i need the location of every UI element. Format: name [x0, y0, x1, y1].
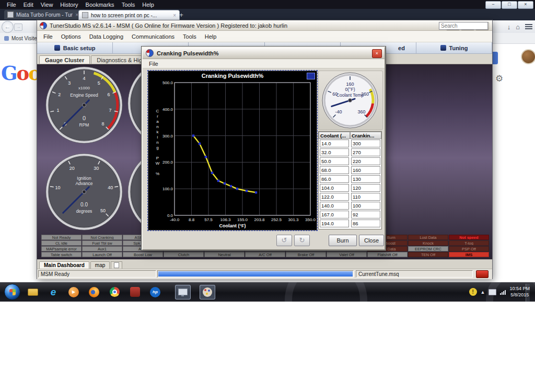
table-row: 50.0220 [319, 157, 381, 166]
taskbar-icons: e ▶ hp [25, 284, 215, 299]
table-header-crankin[interactable]: Crankin... [350, 132, 381, 139]
svg-text:100.0: 100.0 [162, 187, 173, 191]
table-value-field[interactable]: 130 [351, 175, 380, 183]
table-value-field[interactable]: 32.0 [320, 148, 349, 156]
menu-item-file[interactable]: File [146, 61, 161, 67]
explorer-icon[interactable] [25, 285, 41, 299]
close-button[interactable]: Close [359, 235, 384, 246]
menu-item-help[interactable]: Help [201, 33, 221, 40]
tab-main-dashboard[interactable]: Main Dashboard [39, 261, 89, 269]
table-value-field[interactable]: 50.0 [320, 157, 349, 165]
tab-map[interactable]: map [90, 261, 110, 269]
menu-item-bookmarks[interactable]: Bookmarks [82, 1, 118, 9]
bookmark-icon [4, 36, 9, 41]
menu-item-options[interactable]: Options [57, 33, 85, 40]
table-value-field[interactable]: 100 [351, 202, 380, 210]
hp-icon[interactable]: hp [147, 285, 163, 299]
home-icon[interactable]: ⌂ [516, 23, 520, 31]
tunerstudio-titlebar[interactable]: TunerStudio MS v2.6.14 - MSM ( Go Online… [37, 20, 492, 31]
table-value-field[interactable]: 300 [351, 140, 380, 147]
menu-item-view[interactable]: View [37, 1, 57, 9]
redo-button[interactable]: ↻ [294, 235, 310, 246]
table-value-field[interactable]: 167.0 [320, 211, 349, 218]
menu-item-tools[interactable]: Tools [179, 33, 201, 40]
hidden-icons-arrow[interactable]: ▲ [481, 290, 485, 295]
back-button[interactable]: ← [2, 21, 14, 33]
svg-text:350.0: 350.0 [305, 217, 316, 222]
indicator-neutral: Neutral [204, 252, 245, 257]
paint-app-icon[interactable] [200, 285, 215, 299]
menu-item-data-logging[interactable]: Data Logging [85, 33, 127, 40]
chrome-icon[interactable] [107, 285, 122, 299]
svg-text:0.0: 0.0 [167, 213, 173, 218]
menu-item-help[interactable]: Help [138, 1, 158, 9]
firefox-icon[interactable] [86, 285, 102, 299]
table-value-field[interactable]: 14.0 [320, 140, 349, 147]
svg-text:5: 5 [98, 80, 100, 86]
new-tab-button[interactable]: + [176, 11, 187, 19]
restore-button[interactable]: □ [502, 1, 517, 9]
new-dashboard-tab[interactable] [111, 261, 122, 269]
table-value-field[interactable]: 104.0 [320, 184, 349, 192]
gear-icon[interactable]: ⚙ [495, 73, 503, 84]
start-button[interactable] [4, 284, 20, 300]
page-icon [114, 262, 119, 268]
tuning-icon [440, 45, 446, 51]
dialog-close-button[interactable]: × [372, 49, 382, 58]
forward-button[interactable]: → [14, 24, 22, 31]
popout-icon[interactable] [307, 73, 315, 79]
menu-item-edit[interactable]: Edit [20, 1, 37, 9]
display-tray-icon[interactable] [489, 289, 496, 295]
table-header-coolant[interactable]: Coolant (... [319, 132, 350, 139]
svg-text:8.8: 8.8 [189, 217, 195, 222]
most-visited-label[interactable]: Most Visited [11, 36, 40, 41]
warning-icon[interactable]: ! [469, 288, 477, 296]
table-value-field[interactable]: 140.0 [320, 202, 349, 210]
indicator-fuel-tbl-sw: Fuel Tbl sw [82, 240, 122, 246]
svg-text:0: 0 [83, 115, 86, 121]
menu-icon[interactable] [525, 24, 532, 29]
tuning-button[interactable]: Tuning [416, 42, 492, 53]
table-value-field[interactable]: 86.0 [320, 175, 349, 183]
show-desktop-button[interactable] [526, 284, 530, 302]
table-value-field[interactable]: 92 [351, 211, 380, 218]
menu-item-tools[interactable]: Tools [118, 1, 139, 9]
minimize-button[interactable]: − [485, 1, 501, 9]
app-icon[interactable] [127, 285, 143, 299]
tab-title: Miata Turbo Forum - Turb... [16, 12, 73, 18]
cranking-pw-chart[interactable]: -40.08.857.5106.3155.0203.8252.5301.3350… [148, 79, 317, 230]
table-value-field[interactable]: 270 [351, 148, 380, 156]
table-row: 122.0110 [319, 192, 381, 201]
undo-button[interactable]: ↺ [276, 235, 292, 246]
menu-item-file[interactable]: File [39, 33, 57, 40]
screen-capture-app-icon[interactable] [175, 285, 191, 299]
media-player-icon[interactable]: ▶ [66, 285, 82, 299]
close-button[interactable]: × [518, 1, 533, 9]
browser-tab-screen-print[interactable]: how to screen print on pc -... × [78, 10, 180, 20]
basic-setup-button[interactable]: Basic setup [37, 42, 113, 53]
chart-title: Cranking Pulsewidth% [148, 73, 317, 79]
menu-item-communications[interactable]: Communications [127, 33, 179, 40]
table-value-field[interactable]: 110 [351, 193, 380, 201]
internet-explorer-icon[interactable]: e [45, 285, 61, 299]
search-input[interactable] [439, 22, 488, 30]
dialog-titlebar[interactable]: Cranking Pulsewidth% [143, 48, 385, 59]
tab-gauge-cluster[interactable]: Gauge Cluster [39, 55, 90, 64]
table-value-field[interactable]: 220 [351, 157, 380, 165]
avatar[interactable] [521, 49, 535, 64]
table-value-field[interactable]: 120 [351, 184, 380, 192]
burn-button[interactable]: Burn [329, 235, 357, 246]
network-icon[interactable] [500, 290, 506, 295]
table-value-field[interactable]: 68.0 [320, 166, 349, 174]
indicator-t-log: T-log [449, 240, 489, 246]
table-value-field[interactable]: 194.0 [320, 220, 349, 227]
table-value-field[interactable]: 160 [351, 166, 380, 174]
table-row: 68.0160 [319, 166, 381, 175]
download-icon[interactable]: ↓ [507, 23, 511, 31]
menu-item-history[interactable]: History [56, 1, 82, 9]
table-value-field[interactable]: 86 [351, 220, 380, 227]
menu-item-file[interactable]: File [3, 1, 20, 9]
table-value-field[interactable]: 122.0 [320, 193, 349, 201]
browser-tab-miata-forum[interactable]: Miata Turbo Forum - Turb... × [4, 10, 82, 19]
indicator-cl-idle: CL idle [41, 240, 82, 246]
